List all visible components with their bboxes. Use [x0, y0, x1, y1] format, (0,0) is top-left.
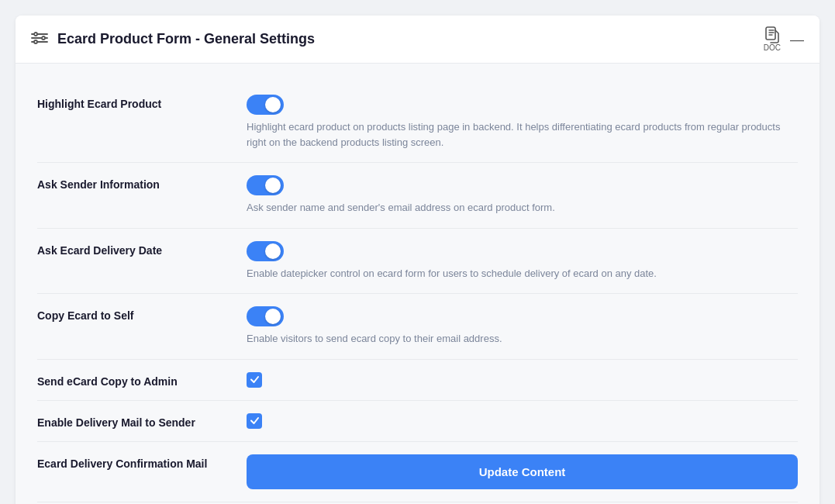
- toggle-highlight-ecard-product[interactable]: [247, 95, 284, 115]
- svg-rect-9: [766, 27, 775, 40]
- settings-content: Highlight Ecard Product Highlight ecard …: [16, 64, 819, 504]
- toggle-slider-sender: [247, 175, 284, 195]
- control-send-ecard-copy-to-admin: [247, 372, 798, 388]
- toggle-ask-sender-information[interactable]: [247, 175, 284, 195]
- desc-copy-ecard-to-self: Enable visitors to send ecard copy to th…: [247, 331, 798, 347]
- label-enable-delivery-mail-to-sender: Enable Delivery Mail to Sender: [37, 413, 247, 429]
- minimize-button[interactable]: —: [790, 33, 804, 47]
- checkmark-icon-sender: [250, 416, 260, 426]
- header: Ecard Product Form - General Settings DO…: [16, 16, 819, 64]
- setting-row-ecard-delivery-confirmation-mail: Ecard Delivery Confirmation Mail Update …: [37, 442, 798, 502]
- checkbox-enable-delivery-mail-sender[interactable]: [247, 413, 262, 429]
- label-ask-ecard-delivery-date: Ask Ecard Delivery Date: [37, 241, 247, 257]
- setting-row-enable-delivery-mail-to-sender: Enable Delivery Mail to Sender: [37, 401, 798, 442]
- label-ecard-delivery-confirmation-mail: Ecard Delivery Confirmation Mail: [37, 454, 247, 470]
- header-right: DOC —: [764, 26, 804, 52]
- settings-sliders-icon: [31, 29, 48, 49]
- header-left: Ecard Product Form - General Settings: [31, 29, 315, 49]
- update-content-button[interactable]: Update Content: [247, 454, 798, 489]
- page-title: Ecard Product Form - General Settings: [57, 31, 315, 47]
- checkmark-icon: [250, 375, 260, 385]
- control-ask-ecard-delivery-date: Enable datepicker control on ecard form …: [247, 241, 798, 281]
- toggle-slider-delivery-date: [247, 241, 284, 261]
- control-enable-delivery-mail-to-sender: [247, 413, 798, 429]
- control-ecard-delivery-confirmation-mail: Update Content: [247, 454, 798, 489]
- doc-icon[interactable]: DOC: [764, 26, 781, 52]
- setting-row-highlight-ecard-product: Highlight Ecard Product Highlight ecard …: [37, 82, 798, 163]
- checkbox-wrapper-admin: [247, 372, 798, 388]
- setting-row-send-ecard-copy-to-admin: Send eCard Copy to Admin: [37, 360, 798, 401]
- doc-label: DOC: [764, 43, 781, 52]
- desc-highlight-ecard-product: Highlight ecard product on products list…: [247, 119, 798, 150]
- label-highlight-ecard-product: Highlight Ecard Product: [37, 95, 247, 110]
- setting-row-ask-ecard-delivery-date: Ask Ecard Delivery Date Enable datepicke…: [37, 229, 798, 295]
- setting-row-copy-ecard-to-self: Copy Ecard to Self Enable visitors to se…: [37, 294, 798, 360]
- toggle-ask-ecard-delivery-date[interactable]: [247, 241, 284, 261]
- checkbox-wrapper-sender-mail: [247, 413, 798, 429]
- toggle-copy-ecard-to-self[interactable]: [247, 306, 284, 326]
- label-send-ecard-copy-to-admin: Send eCard Copy to Admin: [37, 372, 247, 388]
- desc-ask-sender-information: Ask sender name and sender's email addre…: [247, 200, 798, 216]
- label-copy-ecard-to-self: Copy Ecard to Self: [37, 306, 247, 322]
- desc-ask-ecard-delivery-date: Enable datepicker control on ecard form …: [247, 266, 798, 281]
- control-highlight-ecard-product: Highlight ecard product on products list…: [247, 95, 798, 150]
- toggle-slider-highlight: [247, 95, 284, 115]
- toggle-slider-copy-self: [247, 306, 284, 326]
- settings-card: Ecard Product Form - General Settings DO…: [16, 16, 819, 504]
- label-ask-sender-information: Ask Sender Information: [37, 175, 247, 191]
- control-copy-ecard-to-self: Enable visitors to send ecard copy to th…: [247, 306, 798, 347]
- setting-row-ask-sender-information: Ask Sender Information Ask sender name a…: [37, 163, 798, 229]
- control-ask-sender-information: Ask sender name and sender's email addre…: [247, 175, 798, 216]
- checkbox-send-ecard-copy-admin[interactable]: [247, 372, 262, 388]
